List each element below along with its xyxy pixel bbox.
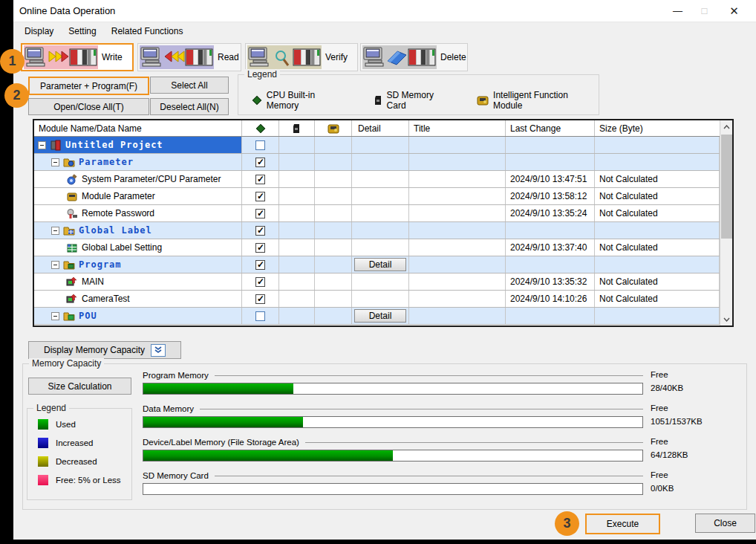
menu-setting[interactable]: Setting xyxy=(61,24,103,39)
row-sd-cell xyxy=(279,171,315,187)
step-3-badge: 3 xyxy=(555,511,579,536)
legend-decreased: Decreased xyxy=(38,456,131,467)
scrollbar-thumb[interactable] xyxy=(721,135,732,239)
row-name-cell[interactable]: Program xyxy=(34,256,242,273)
scroll-up-icon[interactable] xyxy=(720,120,733,133)
table-row[interactable]: Module Parameter2024/9/10 13:58:12Not Ca… xyxy=(34,188,720,205)
row-title-cell xyxy=(409,308,506,324)
display-memory-capacity-button[interactable]: Display Memory Capacity xyxy=(28,341,181,359)
row-size: Not Calculated xyxy=(595,171,720,187)
execute-button[interactable]: Execute xyxy=(585,514,660,534)
row-size: Not Calculated xyxy=(595,273,720,290)
detail-button[interactable]: Detail xyxy=(354,309,406,323)
row-checkbox[interactable] xyxy=(255,311,265,321)
vertical-scrollbar[interactable] xyxy=(720,120,732,326)
chevron-double-down-icon xyxy=(151,344,166,357)
row-checkbox[interactable] xyxy=(255,294,265,304)
row-title-cell xyxy=(409,188,506,204)
row-name-cell[interactable]: Parameter xyxy=(34,154,242,170)
row-sd-cell xyxy=(279,256,315,273)
deselect-all-button[interactable]: Deselect All(N) xyxy=(150,98,229,115)
row-name-cell[interactable]: Remote Password xyxy=(34,205,242,221)
online-data-operation-dialog: Online Data Operation — □ ✕ Display Sett… xyxy=(0,0,756,544)
write-button[interactable]: Write xyxy=(21,43,134,71)
row-checkbox-cell xyxy=(242,256,279,273)
menu-related-functions[interactable]: Related Functions xyxy=(104,24,191,39)
close-icon[interactable]: ✕ xyxy=(717,0,751,22)
row-detail-cell xyxy=(352,222,409,239)
close-button[interactable]: Close xyxy=(695,514,755,533)
tree-expander-icon[interactable] xyxy=(38,141,46,149)
select-all-button[interactable]: Select All xyxy=(150,77,229,94)
row-size xyxy=(595,308,720,324)
scroll-down-icon[interactable] xyxy=(720,313,733,326)
detail-button[interactable]: Detail xyxy=(354,258,406,271)
row-size: Not Calculated xyxy=(595,205,720,221)
increased-color-swatch xyxy=(38,438,48,448)
row-checkbox-cell xyxy=(242,273,279,290)
row-ifm-cell xyxy=(315,188,352,204)
row-name-cell[interactable]: System Parameter/CPU Parameter xyxy=(34,171,242,187)
row-checkbox[interactable] xyxy=(255,140,265,150)
table-row[interactable]: ProgramDetail xyxy=(34,256,720,273)
row-ifm-cell xyxy=(315,222,352,239)
parameter-program-button[interactable]: Parameter + Program(F) xyxy=(28,77,149,95)
row-name-cell[interactable]: Untitled Project xyxy=(34,137,242,153)
row-detail-cell: Detail xyxy=(352,308,409,324)
table-row[interactable]: MAIN2024/9/10 13:35:32Not Calculated xyxy=(34,273,720,291)
table-row[interactable]: System Parameter/CPU Parameter2024/9/10 … xyxy=(34,171,720,188)
row-name-cell[interactable]: POU xyxy=(34,308,242,324)
data-memory-label: Data Memory xyxy=(143,404,200,413)
header-sd-card-icon xyxy=(279,120,315,136)
row-checkbox[interactable] xyxy=(255,209,265,218)
row-name-cell[interactable]: Global Label Setting xyxy=(34,239,242,256)
row-name-cell[interactable]: CameraTest xyxy=(34,291,242,307)
size-calculation-button[interactable]: Size Calculation xyxy=(28,378,131,395)
row-checkbox[interactable] xyxy=(255,158,265,167)
table-row[interactable]: POUDetail xyxy=(34,308,720,325)
table-row[interactable]: Parameter xyxy=(34,154,720,171)
table-row[interactable]: Remote Password2024/9/10 13:35:24Not Cal… xyxy=(34,205,720,222)
row-checkbox[interactable] xyxy=(255,243,265,253)
row-checkbox[interactable] xyxy=(255,192,265,201)
header-cpu-memory-icon xyxy=(242,120,279,136)
open-close-all-button[interactable]: Open/Close All(T) xyxy=(28,98,149,115)
verify-button[interactable]: Verify xyxy=(245,43,358,71)
project-icon xyxy=(50,140,62,151)
tree-expander-icon[interactable] xyxy=(51,261,59,269)
read-button[interactable]: Read xyxy=(137,43,241,71)
row-checkbox[interactable] xyxy=(255,277,265,287)
tree-expander-icon[interactable] xyxy=(51,158,59,166)
tree-expander-icon[interactable] xyxy=(51,227,59,235)
free-value: 1051/1537KB xyxy=(651,417,703,426)
system-parameter-icon xyxy=(66,174,78,185)
memory-bar-fill xyxy=(143,450,393,461)
table-row[interactable]: Untitled Project xyxy=(34,137,720,154)
row-last-change: 2024/9/10 13:35:24 xyxy=(506,205,595,221)
row-name-label: CameraTest xyxy=(82,294,130,304)
module-parameter-icon xyxy=(66,191,78,202)
row-checkbox-cell xyxy=(242,205,279,221)
row-checkbox[interactable] xyxy=(255,226,265,236)
row-name-cell[interactable]: Global Label xyxy=(34,222,242,239)
row-name-cell[interactable]: MAIN xyxy=(34,273,242,290)
global-label-folder-icon xyxy=(63,225,75,236)
row-title-cell xyxy=(409,291,506,307)
table-row[interactable]: CameraTest2024/9/10 14:10:26Not Calculat… xyxy=(34,291,720,308)
tree-expander-icon[interactable] xyxy=(51,312,59,320)
row-checkbox[interactable] xyxy=(255,260,265,270)
write-icon xyxy=(24,45,98,69)
display-memory-capacity-label: Display Memory Capacity xyxy=(44,345,145,355)
table-row[interactable]: Global Label xyxy=(34,222,720,239)
table-row[interactable]: Global Label Setting2024/9/10 13:37:40No… xyxy=(34,239,720,256)
row-last-change xyxy=(506,308,595,324)
row-detail-cell xyxy=(352,239,409,256)
row-checkbox[interactable] xyxy=(255,175,265,184)
row-ifm-cell xyxy=(315,256,352,273)
delete-button[interactable]: Delete xyxy=(360,43,468,71)
row-name-cell[interactable]: Module Parameter xyxy=(34,188,242,204)
row-size: Not Calculated xyxy=(595,239,720,256)
menu-bar: Display Setting Related Functions xyxy=(13,22,756,39)
legend-used: Used xyxy=(38,419,131,430)
menu-display[interactable]: Display xyxy=(17,24,61,39)
